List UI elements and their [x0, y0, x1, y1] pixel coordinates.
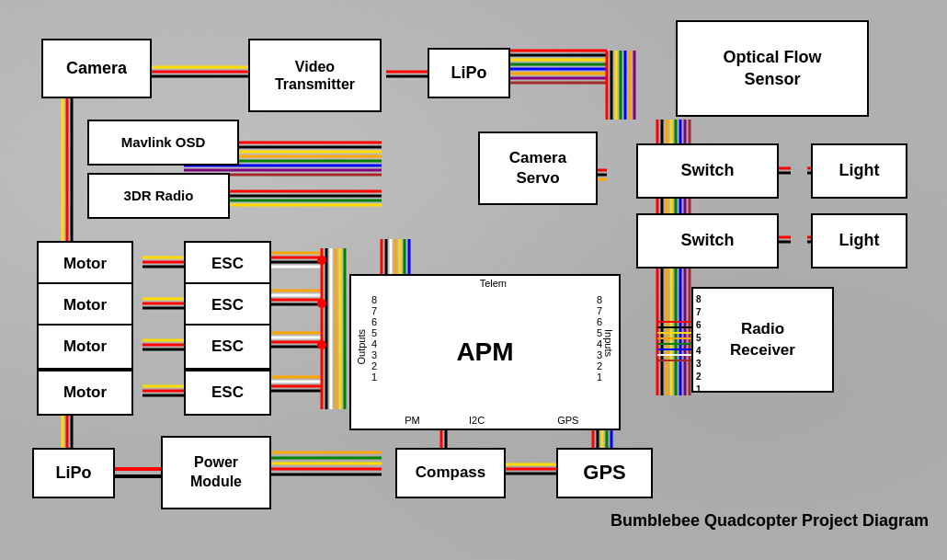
- pm-label: PM: [405, 415, 420, 426]
- motor1-label: Motor: [63, 255, 107, 273]
- diagram-title: Bumblebee Quadcopter Project Diagram: [610, 509, 929, 532]
- motor2-box: Motor: [37, 282, 133, 328]
- motor3-box: Motor: [37, 324, 133, 370]
- mavlink-osd-box: Mavlink OSD: [87, 120, 239, 166]
- lipo-top-box: LiPo: [428, 48, 510, 98]
- optical-flow-sensor-label: Optical FlowSensor: [723, 47, 821, 90]
- compass-label: Compass: [416, 463, 486, 482]
- video-transmitter-label: Video Transmitter: [275, 58, 355, 93]
- video-transmitter-box: Video Transmitter: [248, 39, 382, 112]
- power-module-box: PowerModule: [161, 436, 271, 509]
- esc1-box: ESC: [184, 241, 271, 287]
- light2-box: Light: [811, 213, 907, 269]
- light2-label: Light: [839, 231, 880, 251]
- optical-flow-sensor-box: Optical FlowSensor: [676, 20, 869, 117]
- svg-point-121: [317, 299, 326, 308]
- motor3-label: Motor: [63, 337, 107, 356]
- radio-receiver-label: RadioReceiver: [730, 320, 795, 358]
- three-dr-radio-label: 3DR Radio: [124, 188, 194, 204]
- apm-box: APM Telem Outputs Inputs 87654321 876543…: [349, 274, 621, 430]
- motor2-label: Motor: [63, 296, 107, 314]
- switch1-label: Switch: [680, 161, 734, 181]
- camera-label: Camera: [66, 59, 127, 79]
- esc2-label: ESC: [211, 296, 244, 314]
- mavlink-osd-label: Mavlink OSD: [121, 134, 206, 151]
- lipo-bottom-label: LiPo: [56, 463, 92, 484]
- motor4-box: Motor: [37, 370, 133, 416]
- esc3-label: ESC: [211, 337, 244, 356]
- esc1-label: ESC: [211, 255, 244, 273]
- esc3-box: ESC: [184, 324, 271, 370]
- esc4-box: ESC: [184, 370, 271, 416]
- lipo-top-label: LiPo: [451, 63, 487, 84]
- output-numbers: 87654321: [371, 294, 377, 383]
- outputs-label: Outputs: [356, 329, 367, 365]
- gps-label: GPS: [583, 461, 625, 485]
- switch2-box: Switch: [636, 213, 779, 269]
- camera-servo-label: CameraServo: [509, 148, 566, 189]
- camera-servo-box: CameraServo: [478, 131, 598, 205]
- motor1-box: Motor: [37, 241, 133, 287]
- gps-box: GPS: [556, 448, 653, 498]
- gps-label-apm: GPS: [557, 415, 578, 426]
- rr-numbers: 87654321: [696, 293, 702, 396]
- svg-point-120: [317, 256, 326, 265]
- esc2-box: ESC: [184, 282, 271, 328]
- camera-box: Camera: [41, 39, 152, 98]
- three-dr-radio-box: 3DR Radio: [87, 173, 230, 219]
- apm-label: APM: [456, 337, 513, 367]
- telem-label: Telem: [480, 278, 507, 289]
- power-module-label: PowerModule: [190, 453, 242, 492]
- light1-label: Light: [839, 161, 880, 181]
- esc4-label: ESC: [211, 383, 244, 402]
- radio-receiver-box: RadioReceiver 87654321: [691, 287, 834, 393]
- switch1-box: Switch: [636, 143, 779, 199]
- svg-point-122: [317, 340, 326, 349]
- inputs-label: Inputs: [603, 329, 614, 357]
- i2c-label: I2C: [469, 415, 485, 426]
- input-numbers: 87654321: [597, 294, 602, 383]
- lipo-bottom-box: LiPo: [32, 448, 115, 498]
- switch2-label: Switch: [680, 231, 734, 251]
- compass-box: Compass: [395, 448, 506, 498]
- motor4-label: Motor: [63, 383, 107, 402]
- light1-box: Light: [811, 143, 907, 199]
